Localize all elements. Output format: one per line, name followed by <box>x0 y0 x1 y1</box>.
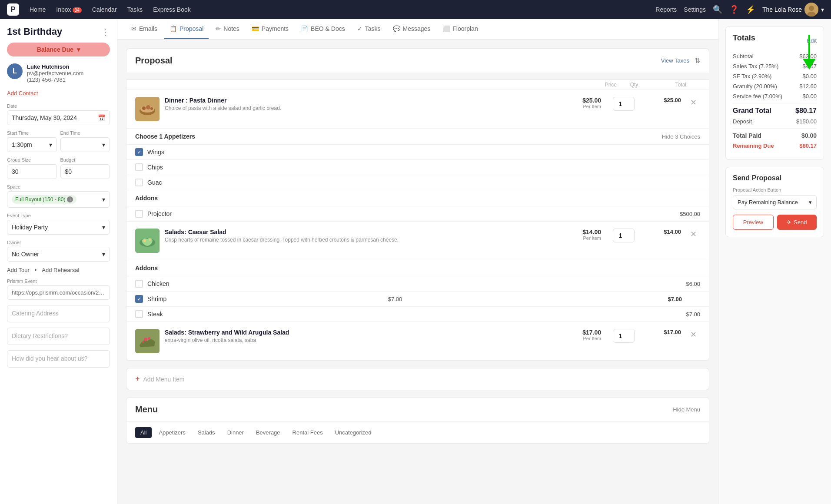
space-select[interactable]: Full Buyout (150 - 80) i ▾ <box>7 191 110 208</box>
chips-checkbox[interactable] <box>135 163 143 171</box>
right-panel: Totals Edit Subtotal $63.00 Sales Tax (7… <box>718 19 831 504</box>
send-button[interactable]: ✈ Send <box>777 215 817 230</box>
nav-settings[interactable]: Settings <box>684 6 706 13</box>
remove-pasta-button[interactable]: ✕ <box>686 97 700 107</box>
start-time-select[interactable]: 1:30pm ▾ <box>7 137 57 152</box>
budget-value[interactable]: $0 <box>60 164 110 179</box>
catering-address-input[interactable]: Catering Address <box>7 305 110 322</box>
nav-home[interactable]: Home <box>30 6 46 13</box>
info-icon: i <box>67 196 73 202</box>
nav-tasks[interactable]: Tasks <box>127 6 143 13</box>
item-image-arugula <box>135 329 160 353</box>
guac-checkbox[interactable] <box>135 179 143 186</box>
shrimp-choice: Shrimp <box>147 295 384 302</box>
app-layout: 1st Birthday ⋮ Balance Due ▾ L Luke Hutc… <box>0 19 831 504</box>
tab-emails[interactable]: ✉ Emails <box>126 19 163 39</box>
qty-input-caesar[interactable] <box>613 229 635 242</box>
inbox-badge: 34 <box>73 7 82 13</box>
add-rehearsal-link[interactable]: Add Rehearsal <box>42 267 79 273</box>
hide-choices-button[interactable]: Hide 3 Choices <box>662 133 700 140</box>
lightning-icon[interactable]: ⚡ <box>746 5 755 14</box>
how-heard-input[interactable]: How did you hear about us? <box>7 350 110 368</box>
projector-price: $500.00 <box>680 211 700 217</box>
item-details-pasta: Dinner : Pasta Dinner Choice of pasta wi… <box>165 97 561 111</box>
hide-menu-button[interactable]: Hide Menu <box>673 406 700 413</box>
logo-letter: P <box>11 6 16 13</box>
main-content: ✉ Emails 📋 Proposal ✏ Notes 💳 Payments 📄… <box>117 19 718 504</box>
proposal-actions: View Taxes ⇅ <box>661 56 700 65</box>
sort-icon[interactable]: ⇅ <box>695 56 700 65</box>
item-details-caesar: Salads: Caesar Salad Crisp hearts of rom… <box>165 229 561 243</box>
menu-tab-salads[interactable]: Salads <box>193 427 220 438</box>
qty-input-pasta[interactable] <box>613 97 635 111</box>
contact-phone: (123) 456-7981 <box>27 76 83 83</box>
send-proposal-section: Send Proposal Proposal Action Button Pay… <box>725 167 824 237</box>
prismm-value[interactable]: https://ops.prismm.com/occasion/2607403 <box>7 285 110 300</box>
remove-arugula-button[interactable]: ✕ <box>686 329 700 339</box>
menu-tab-appetizers[interactable]: Appetizers <box>153 427 190 438</box>
event-type-select[interactable]: Holiday Party ▾ <box>7 220 110 235</box>
tab-tasks[interactable]: ✓ Tasks <box>352 19 386 39</box>
send-buttons: Preview ✈ Send <box>733 215 817 230</box>
projector-checkbox[interactable] <box>135 210 143 218</box>
nav-inbox[interactable]: Inbox34 <box>56 6 81 13</box>
menu-tab-dinner[interactable]: Dinner <box>222 427 249 438</box>
tab-beo-docs[interactable]: 📄 BEO & Docs <box>296 19 350 39</box>
nav-reports[interactable]: Reports <box>655 6 677 13</box>
end-time-select[interactable]: ▾ <box>60 137 110 152</box>
floorplan-icon: ⬜ <box>442 25 450 32</box>
payments-icon: 💳 <box>252 25 259 32</box>
add-contact-link[interactable]: Add Contact <box>7 90 110 96</box>
chevron-down-icon: ▾ <box>102 224 105 231</box>
menu-tab-all[interactable]: All <box>135 427 152 438</box>
qty-input-arugula[interactable] <box>613 329 635 343</box>
tab-proposal[interactable]: 📋 Proposal <box>164 19 209 39</box>
owner-select[interactable]: No Owner ▾ <box>7 247 110 262</box>
tab-payments[interactable]: 💳 Payments <box>246 19 294 39</box>
svg-point-14 <box>144 338 147 341</box>
group-size-value[interactable]: 30 <box>7 164 57 179</box>
item-details-arugula: Salads: Strawberry and Wild Arugula Sala… <box>165 329 561 343</box>
space-tag: Full Buyout (150 - 80) i <box>12 195 76 204</box>
item-image-pasta <box>135 97 160 121</box>
list-item: Projector $500.00 <box>126 206 709 222</box>
menu-tab-rental-fees[interactable]: Rental Fees <box>287 427 328 438</box>
wings-choice: Wings <box>147 149 700 156</box>
help-icon[interactable]: ❓ <box>729 5 739 14</box>
shrimp-total: $7.00 <box>647 296 682 302</box>
steak-checkbox[interactable] <box>135 310 143 318</box>
dietary-restrictions-input[interactable]: Dietary Restrictions? <box>7 328 110 345</box>
chicken-checkbox[interactable] <box>135 280 143 288</box>
tab-notes[interactable]: ✏ Notes <box>210 19 245 39</box>
search-icon[interactable]: 🔍 <box>713 5 722 14</box>
app-logo[interactable]: P <box>7 3 19 16</box>
messages-icon: 💬 <box>393 25 400 32</box>
menu-tabs: All Appetizers Salads Dinner Beverage Re… <box>126 422 709 444</box>
balance-due-button[interactable]: Balance Due ▾ <box>7 43 110 56</box>
menu-section: Menu Hide Menu All Appetizers Salads Din… <box>126 397 709 444</box>
sf-tax-row: SF Tax (2.90%) $0.00 <box>733 73 817 80</box>
item-desc-arugula: extra-virgin olive oil, ricotta salata, … <box>165 337 561 343</box>
tab-messages[interactable]: 💬 Messages <box>388 19 436 39</box>
wings-checkbox[interactable]: ✓ <box>135 148 143 156</box>
remove-caesar-button[interactable]: ✕ <box>686 229 700 239</box>
menu-tab-beverage[interactable]: Beverage <box>251 427 286 438</box>
menu-tab-uncategorized[interactable]: Uncategorized <box>330 427 377 438</box>
catering-address-field: Catering Address <box>7 305 110 322</box>
add-menu-item-button[interactable]: + Add Menu Item <box>126 368 709 390</box>
nav-express-book[interactable]: Express Book <box>153 6 190 13</box>
action-select[interactable]: Pay Remaining Balance ▾ <box>733 195 817 209</box>
shrimp-price: $7.00 <box>388 296 402 302</box>
preview-button[interactable]: Preview <box>733 215 774 230</box>
user-menu[interactable]: The Lola Rose ▾ <box>762 3 824 17</box>
more-options-icon[interactable]: ⋮ <box>101 27 110 37</box>
budget-field: Budget $0 <box>60 157 110 179</box>
action-label: Proposal Action Button <box>733 187 817 192</box>
add-tour-link[interactable]: Add Tour <box>7 267 30 273</box>
nav-calendar[interactable]: Calendar <box>92 6 117 13</box>
shrimp-checkbox[interactable]: ✓ <box>135 295 143 303</box>
qty-header: Qty <box>617 82 652 88</box>
view-taxes-button[interactable]: View Taxes <box>661 57 689 64</box>
date-value[interactable]: Thursday, May 30, 2024 📅 <box>7 110 110 125</box>
tab-floorplan[interactable]: ⬜ Floorplan <box>437 19 483 39</box>
